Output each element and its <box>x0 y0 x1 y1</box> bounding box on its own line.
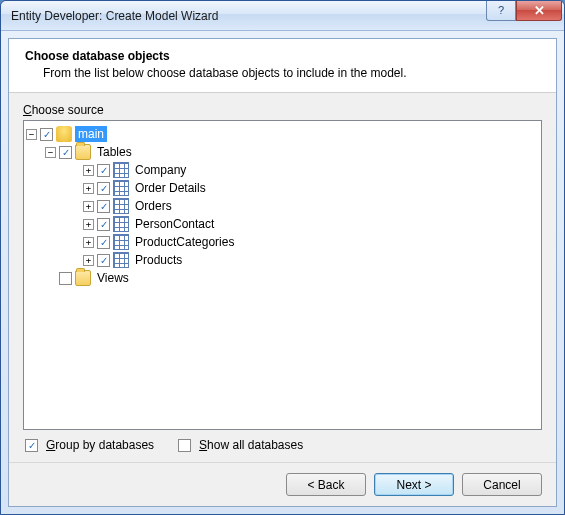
tree-node-root[interactable]: − main <box>26 125 539 143</box>
node-label-views[interactable]: Views <box>94 270 132 286</box>
expand-icon[interactable]: + <box>83 237 94 248</box>
folder-icon <box>75 270 91 286</box>
collapse-icon[interactable]: − <box>26 129 37 140</box>
checkbox-group-by-db[interactable] <box>25 439 38 452</box>
help-icon: ? <box>498 4 504 16</box>
expand-icon[interactable]: + <box>83 183 94 194</box>
node-label-table[interactable]: Products <box>132 252 185 268</box>
database-icon <box>56 126 72 142</box>
expand-icon[interactable]: + <box>83 255 94 266</box>
checkbox-tables[interactable] <box>59 146 72 159</box>
back-button[interactable]: < Back <box>286 473 366 496</box>
table-icon <box>113 234 129 250</box>
tree-node-table[interactable]: +PersonContact <box>83 215 539 233</box>
tree-node-table[interactable]: +Orders <box>83 197 539 215</box>
tree-panel[interactable]: − main − <box>23 120 542 430</box>
table-icon <box>113 198 129 214</box>
checkbox-show-all-db[interactable] <box>178 439 191 452</box>
node-label-table[interactable]: PersonContact <box>132 216 217 232</box>
checkbox-table[interactable] <box>97 254 110 267</box>
wizard-footer: < Back Next > Cancel <box>9 462 556 506</box>
next-button[interactable]: Next > <box>374 473 454 496</box>
node-label-table[interactable]: Orders <box>132 198 175 214</box>
client-area: Choose database objects From the list be… <box>8 38 557 507</box>
expand-icon[interactable]: + <box>83 201 94 212</box>
node-label-tables[interactable]: Tables <box>94 144 135 160</box>
tree-node-table[interactable]: +Products <box>83 251 539 269</box>
wizard-window: Entity Developer: Create Model Wizard ? … <box>0 0 565 515</box>
option-group-by-db[interactable]: Group by databases <box>25 438 154 452</box>
checkbox-root[interactable] <box>40 128 53 141</box>
options-row: Group by databases Show all databases <box>23 430 542 454</box>
page-title: Choose database objects <box>25 49 540 63</box>
tree-node-views[interactable]: Views <box>45 269 539 287</box>
node-label-root[interactable]: main <box>75 126 107 142</box>
checkbox-table[interactable] <box>97 182 110 195</box>
object-tree: − main − <box>26 125 539 287</box>
checkbox-table[interactable] <box>97 236 110 249</box>
help-button[interactable]: ? <box>486 1 516 21</box>
titlebar[interactable]: Entity Developer: Create Model Wizard ? … <box>1 1 564 31</box>
tree-node-table[interactable]: +ProductCategories <box>83 233 539 251</box>
option-show-all-db[interactable]: Show all databases <box>178 438 303 452</box>
wizard-header: Choose database objects From the list be… <box>9 39 556 93</box>
expand-icon[interactable]: + <box>83 219 94 230</box>
node-label-table[interactable]: ProductCategories <box>132 234 237 250</box>
page-subtitle: From the list below choose database obje… <box>25 66 540 80</box>
checkbox-views[interactable] <box>59 272 72 285</box>
tree-node-table[interactable]: +Company <box>83 161 539 179</box>
titlebar-buttons: ? ✕ <box>486 1 562 23</box>
window-title: Entity Developer: Create Model Wizard <box>11 9 486 23</box>
close-icon: ✕ <box>534 3 545 18</box>
table-icon <box>113 180 129 196</box>
wizard-body: Choose source − main <box>9 93 556 462</box>
table-icon <box>113 162 129 178</box>
cancel-button[interactable]: Cancel <box>462 473 542 496</box>
label-group-by-db: Group by databases <box>46 438 154 452</box>
node-label-table[interactable]: Order Details <box>132 180 209 196</box>
choose-source-label: Choose source <box>23 103 542 117</box>
tree-node-table[interactable]: +Order Details <box>83 179 539 197</box>
close-button[interactable]: ✕ <box>516 1 562 21</box>
collapse-icon[interactable]: − <box>45 147 56 158</box>
checkbox-table[interactable] <box>97 200 110 213</box>
checkbox-table[interactable] <box>97 218 110 231</box>
tree-node-tables[interactable]: − Tables <box>45 143 539 161</box>
folder-icon <box>75 144 91 160</box>
table-icon <box>113 216 129 232</box>
label-show-all-db: Show all databases <box>199 438 303 452</box>
node-label-table[interactable]: Company <box>132 162 189 178</box>
table-icon <box>113 252 129 268</box>
checkbox-table[interactable] <box>97 164 110 177</box>
expand-icon[interactable]: + <box>83 165 94 176</box>
